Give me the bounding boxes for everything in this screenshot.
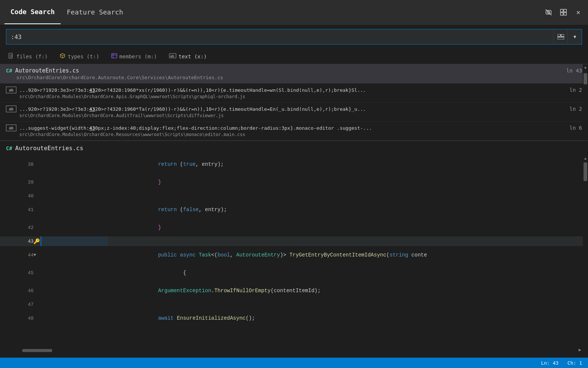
code-line-40	[108, 191, 588, 201]
svg-text:ab: ab	[170, 54, 174, 58]
ab-badge-1: ab	[6, 87, 16, 93]
gutter-44: ▼	[33, 246, 41, 264]
indent-43	[41, 236, 108, 246]
ab-badge-3: ab	[6, 125, 16, 131]
line-num-38: 38	[0, 155, 33, 173]
filter-files-label: files (f:)	[16, 54, 48, 59]
result-linenum-3: ln 6	[569, 125, 582, 131]
line-num-46: 46	[0, 282, 33, 300]
result-item-1[interactable]: ab ...920>r?1920:3e3>r?3e3:4320>r?4320:1…	[0, 84, 588, 103]
svg-rect-4	[564, 9, 566, 12]
filter-files[interactable]: files (f:)	[6, 51, 50, 62]
svg-rect-5	[560, 13, 563, 15]
filter-text[interactable]: ab text (x:)	[167, 51, 209, 62]
results-scroll-track[interactable]	[583, 70, 588, 141]
file-icon	[8, 53, 14, 60]
result-linenum-1: ln 2	[569, 87, 582, 93]
svg-rect-15	[112, 54, 117, 58]
code-scroll-track[interactable]	[583, 161, 588, 368]
result-snippet-3: ...suggest-widget{width:430px;z-index:40…	[19, 125, 569, 131]
result-snippet-1: ...920>r?1920:3e3>r?3e3:4320>r?4320:1960…	[19, 87, 569, 93]
gutter-47	[33, 300, 41, 309]
results-scrollbar[interactable]: ▲ ▼	[583, 64, 588, 141]
collapse-button-44[interactable]: ▼	[33, 253, 36, 257]
table-row: 48 await EnsureInitializedAsync();	[0, 309, 588, 327]
result-item-0[interactable]: C# AutorouteEntries.cs ln 43 src\Orchard…	[0, 64, 588, 84]
tab-code-search[interactable]: Code Search	[4, 0, 61, 24]
code-line-47	[108, 300, 588, 309]
code-scroll-thumb[interactable]	[584, 162, 587, 181]
text-icon: ab	[169, 53, 176, 60]
svg-rect-6	[564, 13, 566, 15]
close-icon[interactable]: ✕	[573, 7, 584, 17]
code-line-44: public async Task<(bool, AutorouteEntry)…	[108, 246, 588, 264]
results-list: C# AutorouteEntries.cs ln 43 src\Orchard…	[0, 64, 588, 141]
code-view-filename: AutorouteEntries.cs	[15, 145, 83, 152]
line-num-44: 44	[0, 246, 33, 264]
filter-types-label: types (t:)	[68, 54, 99, 59]
result-header-2: ab ...920>r?1920:3e3>r?3e3:4320>r?4320:1…	[6, 106, 582, 112]
code-view-header: C# AutorouteEntries.cs	[0, 141, 588, 155]
result-title-0: C# AutorouteEntries.cs	[6, 67, 79, 74]
svg-rect-8	[561, 34, 564, 36]
result-linenum-0: ln 43	[566, 68, 582, 74]
table-row: 41 return (false, entry);	[0, 201, 588, 219]
search-input[interactable]	[6, 33, 553, 41]
code-line-45: {	[108, 264, 588, 282]
code-line-39: }	[108, 173, 588, 191]
results-scroll-up[interactable]: ▲	[583, 64, 588, 70]
filter-tabs: files (f:) types (t:) members (m:)	[0, 49, 588, 64]
status-bar: Ln: 43 Ch: 1	[0, 358, 588, 368]
indent-40	[41, 191, 108, 201]
search-layout-icon[interactable]	[553, 30, 568, 44]
line-num-42: 42	[0, 219, 33, 236]
indent-38	[41, 155, 108, 173]
filter-text-label: text (x:)	[179, 54, 207, 59]
camera-icon[interactable]	[543, 7, 554, 17]
gutter-39	[33, 173, 41, 191]
result-item-3[interactable]: ab ...suggest-widget{width:430px;z-index…	[0, 122, 588, 141]
layout-icon[interactable]	[558, 7, 569, 17]
types-icon	[60, 53, 65, 60]
line-num-40: 40	[0, 191, 33, 201]
status-col: Ch: 1	[568, 360, 582, 366]
code-line-43	[108, 236, 588, 246]
svg-rect-10	[9, 53, 12, 58]
cs-badge-0: C#	[6, 68, 12, 74]
table-row: 43 🔑	[0, 236, 588, 246]
indent-41	[41, 201, 108, 219]
result-item-2[interactable]: ab ...920>r?1920:3e3>r?3e3:4320>r?4320:1…	[0, 103, 588, 122]
line-num-43: 43	[0, 236, 33, 246]
line-num-41: 41	[0, 201, 33, 219]
gutter-40	[33, 191, 41, 201]
indent-48	[41, 309, 108, 327]
code-line-41: return (false, entry);	[108, 201, 588, 219]
horizontal-scrollbar[interactable]: ▶	[0, 347, 583, 352]
filter-types[interactable]: types (t:)	[57, 51, 101, 62]
table-row: 44 ▼ public async Task<(bool, AutorouteE…	[0, 246, 588, 264]
result-header-3: ab ...suggest-widget{width:430px;z-index…	[6, 125, 582, 131]
results-scroll-thumb[interactable]	[584, 73, 587, 84]
h-scroll-thumb[interactable]	[22, 349, 52, 352]
code-view-body: 38 return (true, entry); 39	[0, 155, 588, 368]
line-num-47: 47	[0, 300, 33, 309]
search-dropdown-button[interactable]: ▼	[568, 30, 582, 44]
gutter-43: 🔑	[33, 236, 41, 246]
code-scrollbar-vertical[interactable]: ▲ ▼	[583, 155, 588, 368]
h-scroll-right-arrow[interactable]: ▶	[579, 347, 581, 352]
table-row: 39 }	[0, 173, 588, 191]
gutter-45	[33, 264, 41, 282]
code-line-42: }	[108, 219, 588, 236]
line-num-39: 39	[0, 173, 33, 191]
filter-members[interactable]: members (m:)	[109, 51, 159, 62]
result-path-0: src\OrchardCore\OrchardCore.Autoroute.Co…	[6, 75, 582, 80]
result-filename-0: AutorouteEntries.cs	[15, 67, 79, 74]
tab-feature-search[interactable]: Feature Search	[61, 0, 129, 24]
code-scroll-up[interactable]: ▲	[583, 155, 588, 161]
table-row: 45 {	[0, 264, 588, 282]
indent-46	[41, 282, 108, 300]
indent-44	[41, 246, 108, 264]
search-input-wrapper: ▼	[6, 29, 582, 45]
svg-rect-7	[557, 34, 560, 36]
svg-rect-9	[557, 37, 564, 39]
